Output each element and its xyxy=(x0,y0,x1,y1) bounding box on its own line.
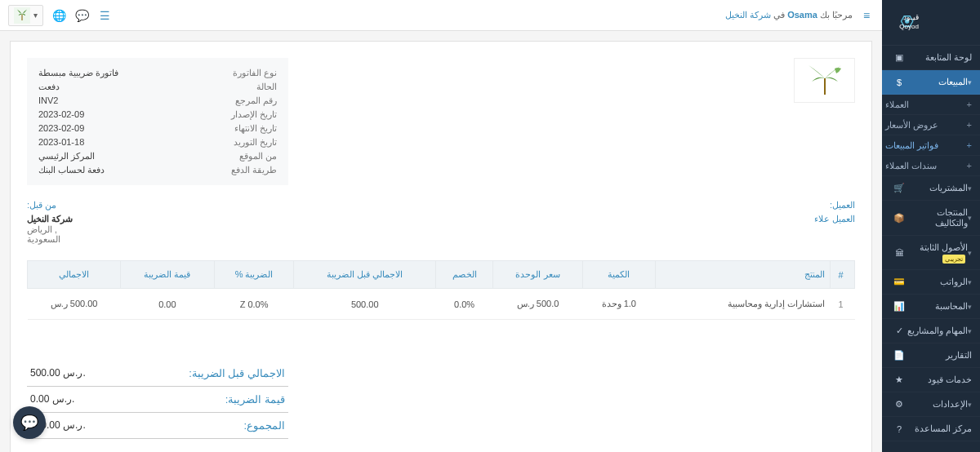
nav-sales[interactable]: ▾المبيعات$ xyxy=(882,70,980,95)
dollar-icon: $ xyxy=(893,78,905,87)
calc-icon: 📊 xyxy=(893,301,905,312)
chat-fab[interactable]: 💬 xyxy=(13,406,46,439)
chevron-icon: ▾ xyxy=(968,249,972,257)
col-qty: الكمية xyxy=(582,261,655,289)
totals-box: الاجمالي قبل الضريبة:500.00 ر.س. قيمة ال… xyxy=(27,361,288,439)
invoice-logo xyxy=(794,58,855,103)
dashboard-icon: ▣ xyxy=(893,52,905,63)
items-table: # المنتج الكمية سعر الوحدة الخصم الاجمال… xyxy=(27,260,855,320)
globe-icon[interactable]: 🌐 xyxy=(51,8,66,23)
nav-invoices[interactable]: +فواتير المبيعات xyxy=(882,135,980,156)
col-taxpct: الضريبة % xyxy=(214,261,294,289)
plus-icon: + xyxy=(967,140,972,150)
nav-dashboard[interactable]: لوحة المتابعة▣ xyxy=(882,46,980,70)
chevron-icon: ▾ xyxy=(968,184,972,193)
brand-logo[interactable]: قيـودQoyod xyxy=(882,0,980,46)
nav-services[interactable]: خدمات قيود★ xyxy=(882,368,980,392)
chevron-icon: ▾ xyxy=(968,278,972,286)
welcome-text: مرحبًا بك Osama في شركة النخيل xyxy=(725,10,853,20)
wallet-icon: 💳 xyxy=(893,277,905,287)
nav-fixed-assets[interactable]: ▾الأصول الثابتة تجريبي🏛 xyxy=(882,236,980,270)
nav-accounting[interactable]: ▾المحاسبة📊 xyxy=(882,295,980,319)
nav-settings[interactable]: ▾الإعدادات⚙ xyxy=(882,392,980,417)
company-link[interactable]: شركة النخيل xyxy=(725,10,771,20)
gear-icon: ⚙ xyxy=(893,399,905,410)
menu-icon[interactable]: ≡ xyxy=(859,8,874,23)
nav-products[interactable]: ▾المنتجات والتكاليف📦 xyxy=(882,201,980,236)
nav-purchases[interactable]: ▾المشتريات🛒 xyxy=(882,176,980,201)
client-block: العميل: العميل علاء xyxy=(453,200,855,244)
issuer-block: من قبل: شركة النخيل , الرياض السعودية xyxy=(27,200,429,244)
nav-tasks[interactable]: ▾المهام والمشاريع✓ xyxy=(882,319,980,343)
chevron-icon: ▾ xyxy=(968,327,972,335)
col-product: المنتج xyxy=(655,261,830,289)
client-link[interactable]: العميل علاء xyxy=(453,214,855,224)
invoice-card: نوع الفاتورةفاتورة ضريبية مبسطة الحالةدف… xyxy=(10,41,872,452)
invoice-meta: نوع الفاتورةفاتورة ضريبية مبسطة الحالةدف… xyxy=(27,58,288,185)
nav-customers[interactable]: +العملاء xyxy=(882,95,980,115)
nav-help[interactable]: مركز المساعدة? xyxy=(882,417,980,441)
table-row: 1 استشارات إدارية ومحاسبية 1.0 وحدة 500.… xyxy=(28,289,855,320)
svg-text:Qoyod: Qoyod xyxy=(899,23,919,30)
beta-badge: تجريبي xyxy=(942,255,965,264)
package-icon: 📦 xyxy=(893,213,905,224)
tenant-selector[interactable]: ▾ xyxy=(8,5,43,26)
nav-reports[interactable]: التقارير📄 xyxy=(882,343,980,368)
palm-icon xyxy=(14,7,30,24)
topbar: ≡ مرحبًا بك Osama في شركة النخيل ☰ 💬 🌐 ▾ xyxy=(0,0,882,31)
chevron-icon: ▾ xyxy=(968,303,972,311)
sidebar: قيـودQoyod لوحة المتابعة▣ ▾المبيعات$ +ال… xyxy=(882,0,980,452)
help-icon: ? xyxy=(893,424,905,434)
task-icon: ✓ xyxy=(893,326,905,336)
plus-icon: + xyxy=(967,100,972,109)
cart-icon: 🛒 xyxy=(893,183,905,193)
chat-bubble-icon: 💬 xyxy=(20,414,38,432)
chevron-down-icon: ▾ xyxy=(968,78,972,86)
chevron-icon: ▾ xyxy=(968,401,972,409)
col-unit: سعر الوحدة xyxy=(493,261,583,289)
svg-text:قيـود: قيـود xyxy=(903,13,919,22)
col-disc: الخصم xyxy=(435,261,492,289)
nav-payroll[interactable]: ▾الرواتب💳 xyxy=(882,270,980,295)
plus-icon: + xyxy=(967,120,972,130)
star-icon: ★ xyxy=(893,374,905,385)
col-total: الاجمالي xyxy=(28,261,121,289)
nav-receipts[interactable]: +سندات العملاء xyxy=(882,156,980,176)
list-icon[interactable]: ☰ xyxy=(97,8,112,23)
col-taxval: قيمة الضريبة xyxy=(121,261,215,289)
building-icon: 🏛 xyxy=(893,248,905,258)
chat-icon[interactable]: 💬 xyxy=(74,8,89,23)
nav-quotes[interactable]: +عروض الأسعار xyxy=(882,115,980,135)
col-num: # xyxy=(831,261,855,289)
chevron-icon: ▾ xyxy=(968,214,972,222)
plus-icon: + xyxy=(967,161,972,171)
col-subtotal: الاجمالي قبل الضريبة xyxy=(294,261,435,289)
report-icon: 📄 xyxy=(893,350,905,361)
